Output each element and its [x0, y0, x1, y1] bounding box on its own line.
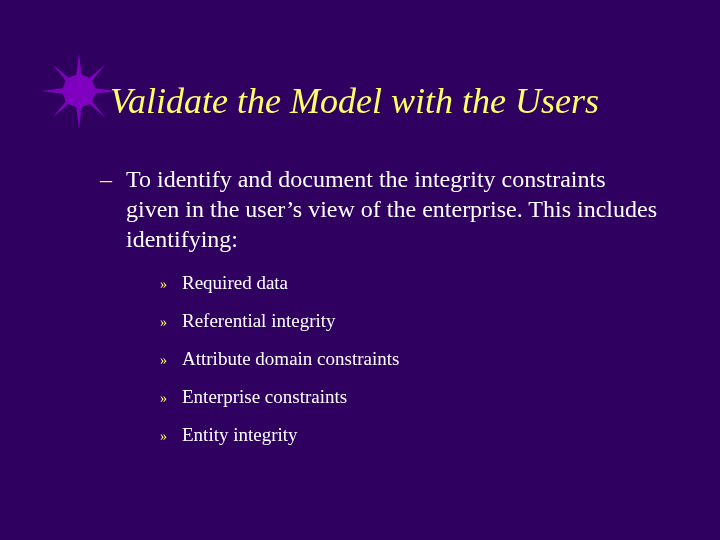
slide-title: Validate the Model with the Users: [110, 82, 599, 122]
slide: Validate the Model with the Users – To i…: [0, 0, 720, 540]
list-item: » Entity integrity: [160, 424, 660, 446]
list-item-text: Required data: [182, 272, 288, 294]
list-item: » Attribute domain constraints: [160, 348, 660, 370]
bullet-raquo-icon: »: [160, 315, 182, 331]
svg-marker-8: [62, 74, 96, 108]
list-item: » Referential integrity: [160, 310, 660, 332]
list-item-text: Enterprise constraints: [182, 386, 347, 408]
bullet-raquo-icon: »: [160, 391, 182, 407]
list-item: » Enterprise constraints: [160, 386, 660, 408]
intro-item: – To identify and document the integrity…: [100, 164, 660, 254]
intro-text: To identify and document the integrity c…: [126, 164, 660, 254]
bullet-dash-icon: –: [100, 164, 126, 194]
starburst-icon: [40, 52, 118, 130]
list-item-text: Referential integrity: [182, 310, 336, 332]
list-item-text: Entity integrity: [182, 424, 298, 446]
bullet-raquo-icon: »: [160, 277, 182, 293]
sub-list: » Required data » Referential integrity …: [160, 272, 660, 446]
list-item-text: Attribute domain constraints: [182, 348, 399, 370]
title-row: Validate the Model with the Users: [40, 74, 599, 130]
list-item: » Required data: [160, 272, 660, 294]
slide-body: – To identify and document the integrity…: [100, 164, 660, 462]
bullet-raquo-icon: »: [160, 429, 182, 445]
bullet-raquo-icon: »: [160, 353, 182, 369]
